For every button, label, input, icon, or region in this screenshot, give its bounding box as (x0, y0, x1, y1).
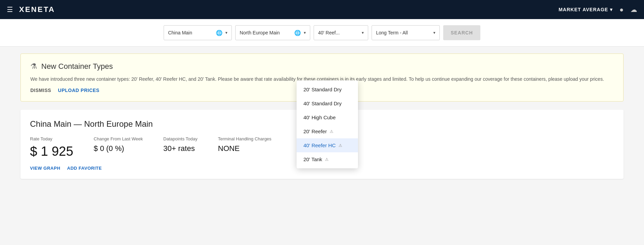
cloud-icon[interactable]: ☁ (630, 5, 637, 14)
destination-select[interactable]: North Europe Main 🌐 ▾ (235, 25, 310, 40)
view-graph-link[interactable]: VIEW GRAPH (30, 166, 60, 171)
dropdown-item-label: 40' Reefer HC (303, 142, 336, 148)
dismiss-button[interactable]: DISMISS (30, 88, 51, 93)
term-chevron-icon: ▾ (433, 30, 435, 35)
terminal-label: Terminal Handling Charges (218, 136, 271, 141)
datapoints-value: 30+ rates (163, 144, 197, 153)
origin-value: China Main (168, 30, 213, 35)
add-favorite-link[interactable]: ADD FAVORITE (67, 166, 102, 171)
upload-prices-button[interactable]: UPLOAD PRICES (58, 88, 100, 93)
change-label: Change From Last Week (94, 136, 143, 141)
menu-icon[interactable]: ☰ (7, 5, 13, 14)
dropdown-item-label: 20' Reefer (303, 128, 327, 134)
market-average-chevron: ▾ (610, 7, 613, 12)
origin-globe-icon: 🌐 (216, 30, 223, 36)
container-dropdown-menu: 20' Standard Dry 40' Standard Dry 40' Hi… (297, 80, 358, 168)
new-badge-icon: ⚠ (325, 157, 329, 162)
top-navigation: ☰ XENETA MARKET AVERAGE ▾ ● ☁ (0, 0, 644, 19)
stat-rate-today: Rate Today $ 1 925 (30, 136, 73, 159)
market-average-dropdown[interactable]: MARKET AVERAGE ▾ (558, 7, 612, 12)
search-bar: China Main 🌐 ▾ North Europe Main 🌐 ▾ 40'… (0, 19, 644, 47)
stat-change-last-week: Change From Last Week $ 0 (0 %) (94, 136, 143, 159)
dest-chevron-icon: ▾ (304, 30, 306, 35)
origin-chevron-icon: ▾ (225, 30, 227, 35)
container-select[interactable]: 40' Reef... ▾ (314, 25, 368, 40)
origin-select[interactable]: China Main 🌐 ▾ (164, 25, 232, 40)
dropdown-item-20-standard-dry[interactable]: 20' Standard Dry (297, 82, 358, 96)
market-average-label: MARKET AVERAGE (558, 7, 608, 12)
dest-globe-icon: 🌐 (294, 30, 301, 36)
dropdown-item-40-standard-dry[interactable]: 40' Standard Dry (297, 96, 358, 110)
dropdown-item-label: 40' High Cube (303, 114, 336, 120)
dropdown-item-label: 40' Standard Dry (303, 101, 342, 106)
datapoints-label: Datapoints Today (163, 136, 197, 141)
rate-today-label: Rate Today (30, 136, 73, 141)
stat-datapoints-today: Datapoints Today 30+ rates (163, 136, 197, 159)
rate-today-value: $ 1 925 (30, 144, 73, 159)
term-select[interactable]: Long Term - All ▾ (372, 25, 440, 40)
new-badge-icon: ⚠ (339, 143, 342, 148)
container-chevron-icon: ▾ (362, 30, 364, 35)
container-value: 40' Reef... (318, 30, 359, 35)
new-badge-icon: ⚠ (330, 129, 333, 134)
warning-flask-icon: ⚗ (30, 62, 37, 71)
dropdown-item-20-tank[interactable]: 20' Tank ⚠ (297, 152, 358, 166)
destination-value: North Europe Main (240, 30, 291, 35)
dropdown-item-20-reefer[interactable]: 20' Reefer ⚠ (297, 124, 358, 138)
dropdown-item-40-reefer-hc[interactable]: 40' Reefer HC ⚠ (297, 138, 358, 152)
warning-title: ⚗ New Container Types (30, 62, 614, 71)
warning-title-text: New Container Types (41, 62, 113, 71)
dropdown-item-label: 20' Tank (303, 156, 322, 162)
dropdown-item-40-high-cube[interactable]: 40' High Cube (297, 110, 358, 124)
terminal-value: NONE (218, 144, 271, 153)
change-value: $ 0 (0 %) (94, 144, 143, 153)
term-value: Long Term - All (376, 30, 431, 35)
user-icon[interactable]: ● (619, 6, 624, 14)
stat-terminal-handling: Terminal Handling Charges NONE (218, 136, 271, 159)
search-button[interactable]: SEARCH (443, 25, 480, 40)
dropdown-item-label: 20' Standard Dry (303, 87, 342, 92)
logo: XENETA (19, 5, 55, 14)
